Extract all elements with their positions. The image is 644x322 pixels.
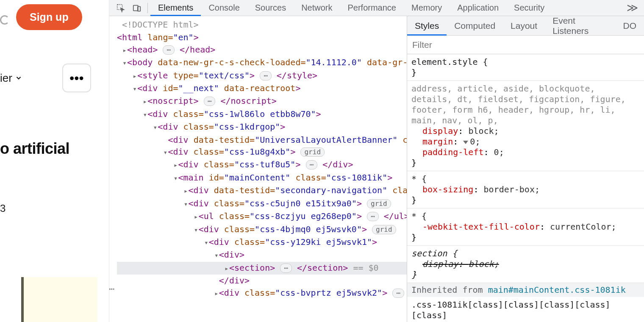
tab-network[interactable]: Network	[294, 0, 340, 16]
tab-performance[interactable]: Performance	[340, 0, 404, 16]
rule-reset: address, article, aside, blockquote, det…	[407, 81, 644, 171]
sign-up-button[interactable]: Sign up	[16, 4, 82, 30]
rule-text-fill: * { -webkit-text-fill-color: currentColo…	[407, 208, 644, 246]
tabs-overflow-icon[interactable]: ≫	[627, 1, 644, 14]
styles-filter-input[interactable]	[407, 40, 644, 50]
tab-styles[interactable]: Styles	[407, 16, 447, 35]
tab-sources[interactable]: Sources	[247, 0, 294, 16]
rule-section: section { display: block; }	[407, 246, 644, 283]
tab-event-listeners[interactable]: Event Listeners	[545, 16, 615, 35]
dom-tree-panel[interactable]: ⋯ <!DOCTYPE html> <html lang="en"> ▸<hea…	[109, 16, 407, 322]
rule-box-sizing: * { box-sizing: border-box; }	[407, 171, 644, 208]
dropdown-trigger[interactable]: ier	[0, 72, 22, 85]
number-fragment: 3	[0, 203, 6, 214]
tab-dom-overflow[interactable]: DO	[616, 16, 644, 35]
rule-element-style: element.style { }	[407, 54, 644, 81]
tab-console[interactable]: Console	[201, 0, 247, 16]
tab-application[interactable]: Application	[450, 0, 506, 16]
styles-panel: Styles Computed Layout Event Listeners D…	[407, 16, 644, 322]
tab-elements[interactable]: Elements	[150, 0, 201, 16]
separator	[147, 3, 148, 13]
chevron-down-icon	[15, 74, 22, 82]
loading-spinner-icon	[0, 15, 9, 25]
tab-memory[interactable]: Memory	[404, 0, 450, 16]
page-left-pane: Sign up ier ••• o artificial 3	[0, 0, 109, 322]
dropdown-label: ier	[0, 72, 12, 85]
inspect-element-icon[interactable]	[113, 3, 129, 13]
dropdown-row: ier •••	[0, 64, 91, 92]
device-toggle-icon[interactable]	[129, 3, 145, 13]
image-placeholder	[21, 277, 97, 322]
devtools-tab-bar: Elements Console Sources Network Perform…	[109, 0, 644, 16]
tab-computed[interactable]: Computed	[447, 16, 503, 35]
styles-filter-row	[407, 36, 644, 54]
rule-css1081ik: .css-1081ik[class][class][class][class][…	[407, 297, 644, 322]
devtools-panel: Elements Console Sources Network Perform…	[109, 0, 644, 322]
tab-security[interactable]: Security	[506, 0, 552, 16]
styles-tab-bar: Styles Computed Layout Event Listeners D…	[407, 16, 644, 36]
headline-fragment: o artificial	[0, 140, 69, 158]
gutter-more-icon[interactable]: ⋯	[109, 283, 114, 295]
overflow-menu-button[interactable]: •••	[62, 64, 91, 92]
tab-layout[interactable]: Layout	[503, 16, 545, 35]
devtools-body: ⋯ <!DOCTYPE html> <html lang="en"> ▸<hea…	[109, 16, 644, 322]
styles-rules[interactable]: element.style { } address, article, asid…	[407, 54, 644, 322]
inherited-from-bar: Inherited from main#mainContent.css-1081…	[407, 283, 644, 297]
